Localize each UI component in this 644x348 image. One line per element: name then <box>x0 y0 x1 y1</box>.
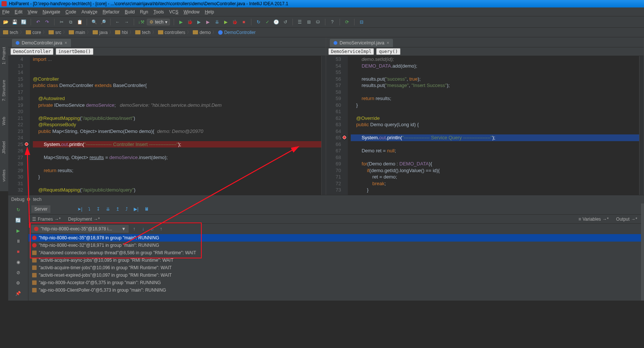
bc-tech[interactable]: tech <box>2 30 19 35</box>
replace-icon[interactable]: 🔎 <box>100 19 106 25</box>
thread-dropdown[interactable]: "http-nio-8080-exec-35"@18,978 i... ▼ <box>31 225 129 233</box>
thread-row[interactable]: "http-nio-8080-exec-32"@18,971 in group … <box>28 242 641 249</box>
pin-icon[interactable]: 📌 <box>15 290 22 297</box>
menu-build[interactable]: Build <box>125 9 135 15</box>
thread-row[interactable]: "Abandoned connection cleanup thread"@8,… <box>28 249 641 257</box>
bc-main[interactable]: main <box>68 30 86 35</box>
open-icon[interactable]: 📂 <box>2 19 9 25</box>
undo-icon[interactable]: ↶ <box>35 19 41 25</box>
tool-web[interactable]: Web <box>1 115 7 127</box>
menu-run[interactable]: Run <box>140 9 148 15</box>
cut-icon[interactable]: ✂ <box>58 19 65 25</box>
bc-demo[interactable]: demo <box>192 30 211 35</box>
view-breakpoints-icon[interactable]: ◉ <box>15 259 22 265</box>
output-tab[interactable]: Output →* <box>612 215 641 223</box>
structure-icon[interactable]: ☰ <box>297 19 303 25</box>
save-all-icon[interactable]: 💾 <box>11 19 18 25</box>
jrebel-panel-icon[interactable]: ⊟ <box>358 19 365 25</box>
thread-row[interactable]: "activiti-acquire-timer-jobs"@10,096 in … <box>28 264 641 271</box>
sdk-icon[interactable]: ⛁ <box>315 19 321 25</box>
debug-scrollbar[interactable] <box>641 203 644 301</box>
run-icon[interactable]: ▶ <box>178 19 185 25</box>
stop-icon[interactable]: ■ <box>241 19 247 25</box>
menu-window[interactable]: Window <box>183 9 199 15</box>
editor-right-code[interactable]: 5354555657585960616263646566676869707172… <box>326 56 644 195</box>
bc-java[interactable]: java <box>92 30 108 35</box>
find-icon[interactable]: 🔍 <box>91 19 97 25</box>
variables-tab[interactable]: ≡ Variables →* <box>575 215 612 223</box>
vcs-commit-icon[interactable]: ✓ <box>264 19 271 25</box>
back-icon[interactable]: ← <box>114 19 121 25</box>
menu-navigate[interactable]: Navigate <box>43 9 60 15</box>
threads-list[interactable]: "http-nio-8080-exec-35"@18,978 in group … <box>28 234 641 301</box>
coverage-icon[interactable]: ▶ <box>196 19 202 25</box>
error-stripe[interactable] <box>639 56 644 195</box>
paste-icon[interactable]: 📋 <box>76 19 83 25</box>
vcs-revert-icon[interactable]: ↺ <box>282 19 289 25</box>
crumb-method[interactable]: insertDemo() <box>56 48 93 55</box>
thread-row[interactable]: "ajp-nio-8009-Acceptor-0"@5,375 in group… <box>28 279 641 286</box>
menu-code[interactable]: Code <box>65 9 76 15</box>
debug-icon[interactable]: 🐞 <box>187 19 193 25</box>
thread-row[interactable]: "ajp-nio-8009-ClientPoller-0"@5,373 in g… <box>28 286 641 294</box>
update-icon[interactable]: 🔄 <box>15 217 22 224</box>
menu-vcs[interactable]: VCS <box>169 9 179 15</box>
run-to-cursor-icon[interactable]: ▶| <box>134 206 138 212</box>
forward-icon[interactable]: → <box>123 19 130 25</box>
error-stripe[interactable] <box>321 56 326 195</box>
frames-tab[interactable]: ☰ Frames →* <box>28 215 64 223</box>
bc-core[interactable]: core <box>25 30 42 35</box>
menu-view[interactable]: View <box>28 9 37 15</box>
tool-jrebel[interactable]: JRebel <box>1 139 7 156</box>
menu-analyze[interactable]: Analyze <box>81 9 97 15</box>
filter-icon[interactable]: ⌕ <box>149 226 155 232</box>
tool-favorites[interactable]: vorites <box>1 167 7 184</box>
menu-file[interactable]: File <box>2 9 9 15</box>
drop-frame-icon[interactable]: ⤴ <box>126 206 128 212</box>
attach-icon[interactable]: ⇊ <box>214 19 220 25</box>
debug-tab-header[interactable]: Debug ⚙ tech <box>8 195 644 203</box>
show-execution-point-icon[interactable]: ➤| <box>77 206 82 212</box>
thread-row[interactable]: "activiti-reset-expired-jobs"@10,097 in … <box>28 271 641 279</box>
sync-icon[interactable]: 🔄 <box>20 19 27 25</box>
help-icon[interactable]: ? <box>329 19 336 25</box>
force-step-into-icon[interactable]: ⇊ <box>106 206 110 212</box>
tool-structure[interactable]: 7: Structure <box>1 78 7 103</box>
crumb-class[interactable]: DemoServiceImpl <box>328 48 374 55</box>
bc-tech2[interactable]: tech <box>134 30 151 35</box>
redo-icon[interactable]: ↷ <box>44 19 50 25</box>
rerun-icon[interactable]: ↻ <box>15 206 22 213</box>
bc-hbi[interactable]: hbi <box>114 30 129 35</box>
crumb-method[interactable]: query() <box>376 48 400 55</box>
mute-breakpoints-icon[interactable]: ⊘ <box>15 269 22 276</box>
menu-edit[interactable]: Edit <box>15 9 22 15</box>
stop-debug-icon[interactable]: ■ <box>15 248 22 255</box>
evaluate-icon[interactable]: 🖩 <box>145 206 149 212</box>
thread-row[interactable]: "http-nio-8080-exec-35"@18,978 in group … <box>28 234 641 242</box>
tab-demoserviceimpl[interactable]: DemoServiceImpl.java × <box>330 39 393 47</box>
bc-src[interactable]: src <box>48 30 62 35</box>
server-tab[interactable]: Server <box>31 205 50 213</box>
bc-class[interactable]: DemoController <box>217 30 256 35</box>
run-config-selector[interactable]: ⚙ tech ▾ <box>147 19 170 25</box>
menu-help[interactable]: Help <box>205 9 214 15</box>
tool-project[interactable]: 1: Project <box>1 45 7 66</box>
menu-refactor[interactable]: Refactor <box>103 9 120 15</box>
step-over-icon[interactable]: ⤵ <box>88 206 90 212</box>
editor-left-code[interactable]: 4131415161718192021222324252627282930313… <box>8 56 326 195</box>
make-icon[interactable]: ↓⚒ <box>138 19 145 25</box>
close-icon[interactable]: × <box>65 40 67 46</box>
down-icon[interactable]: ↓ <box>140 226 146 232</box>
vcs-update-icon[interactable]: ↻ <box>255 19 262 25</box>
resume-icon[interactable]: ▶ <box>15 227 22 234</box>
bc-controllers[interactable]: controllers <box>157 30 186 35</box>
settings-icon[interactable]: ⚙ <box>15 280 22 286</box>
profile-icon[interactable]: ▶ <box>205 19 211 25</box>
layout-icon[interactable]: ⊞ <box>306 19 312 25</box>
up-icon[interactable]: ↑ <box>131 226 137 232</box>
deployment-tab[interactable]: Deployment →* <box>64 215 103 223</box>
menu-tools[interactable]: Tools <box>154 9 164 15</box>
vcs-history-icon[interactable]: 🕘 <box>273 19 280 25</box>
pause-icon[interactable]: ⏸ <box>15 238 22 245</box>
thread-row[interactable]: "activiti-acquire-async-jobs"@10,095 in … <box>28 257 641 264</box>
